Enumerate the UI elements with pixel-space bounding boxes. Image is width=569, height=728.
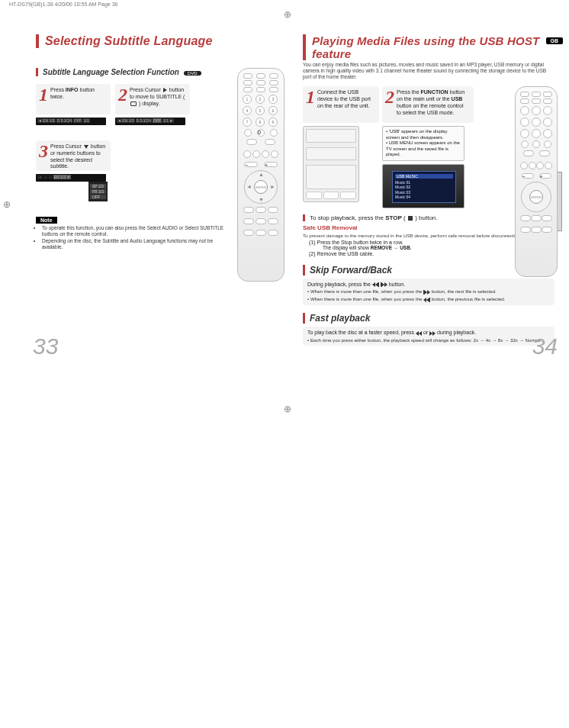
osd-item: EN 1/3 ▼: [53, 175, 72, 179]
osd-item: --: [43, 175, 47, 179]
osd-item: 1/1 ►: [162, 118, 174, 123]
step-number: 3: [39, 143, 48, 160]
fast-main-pre: To play back the disc at a faster speed,…: [307, 330, 416, 335]
step-number: 2: [385, 89, 394, 106]
print-header: HT-DS79(GB)1-38 4/20/06 10:55 AM Page 36: [9, 2, 117, 7]
cursor-down-icon: [84, 145, 88, 149]
osd-display-3: ◄----EN 1/3 ▼ SP 2/3 FR 3/3 OFF: [36, 174, 106, 182]
enter-button-icon: ENTER: [529, 190, 543, 204]
tv-screen-illustration: USB MUSIC Music 01 Music 02 Music 03 Mus…: [382, 164, 465, 208]
osd-display-1: ◄ EN 1/3D 5.1CHOFF1/1: [36, 118, 106, 125]
steps-row: 1 Press INFO button twice. ◄ EN 1/3D 5.1…: [36, 84, 233, 125]
fast-main-mid: or: [422, 330, 429, 335]
step-text: Connect the USB device to the USB port o…: [317, 89, 375, 109]
osd-item: ◄ EN 1/3: [37, 118, 56, 123]
note-item: Depending on the disc, the Subtitle and …: [42, 238, 233, 251]
sub-bold: REMOVE → USB: [371, 245, 410, 250]
osd-display-2: ◄ EN 1/3D 5.1CHOFF1/1 ►: [115, 118, 185, 125]
usb-step-2: 2 Press the FUNCTION button on the main …: [382, 86, 474, 123]
note-item: To operate this function, you can also p…: [42, 225, 233, 238]
ol-idx: (2): [309, 251, 316, 256]
step-text: Press INFO button twice.: [50, 87, 106, 101]
skip-box: During playback, press the button. • Whe…: [303, 279, 555, 306]
usb-step-1: 1 Connect the USB device to the USB port…: [303, 86, 379, 123]
s2-post: button on the remote control to select t…: [397, 103, 464, 115]
tip-item: 'USB' appears on the display screen and …: [386, 129, 447, 140]
note-label: Note: [36, 217, 57, 224]
skip-heading: Skip Forward/Back: [310, 265, 392, 275]
sub-pre: The display will show: [323, 245, 371, 250]
step2-post2: ) display.: [137, 101, 159, 106]
skip-sub2-pre: When there is more than one file, when y…: [310, 296, 423, 301]
step2-pre: Press Cursor: [130, 87, 162, 92]
fast-heading: Fast playback: [310, 313, 370, 324]
fast-box: To play back the disc at a faster speed,…: [303, 327, 555, 346]
skip-sub2-post: button, the previous file is selected.: [430, 296, 505, 301]
intro-text: You can enjoy media files such as pictur…: [303, 62, 555, 80]
osd-item: ◄ EN 1/3: [117, 118, 135, 123]
step1-pre: Press: [50, 87, 66, 92]
skip-sub1-pre: When there is more than one file, when y…: [310, 288, 423, 294]
sub-post: .: [410, 245, 412, 250]
osd-item: 1/1: [83, 118, 90, 123]
step-2: 2 Press Cursor button to move to SUBTITL…: [115, 84, 190, 114]
dvd-badge: DVD: [184, 71, 201, 76]
skip-back-icon: [423, 297, 429, 302]
step3-pre: Press Cursor: [50, 143, 83, 149]
step1-bold: INFO: [66, 87, 79, 92]
stop-bold: STOP: [385, 214, 402, 221]
ol-text: Remove the USB cable.: [317, 251, 375, 256]
bar-icon: [378, 282, 379, 287]
note-list: To operate this function, you can also p…: [36, 225, 233, 251]
section-title-bar: Subtitle Language Selection Function DVD: [36, 68, 233, 76]
ol-idx: (1): [309, 240, 316, 245]
ol-text: Press the Stop button twice in a row.: [317, 240, 403, 245]
remote-dpad: ENTER ▲ ▼ ◄ ►: [244, 170, 278, 204]
stop-pre: To stop playback, press the: [310, 214, 385, 221]
cursor-right-icon: [163, 88, 167, 92]
remote-illustration: 123 456 789 0 −+ ENTER ▲ ▼ ◄ ►: [237, 68, 284, 282]
osd-item: D 5.1CH: [136, 118, 152, 123]
section-title: Subtitle Language Selection Function: [43, 68, 179, 76]
skip-fwd-icon: [381, 282, 387, 287]
page-number: 34: [532, 333, 558, 359]
enter-button-icon: ENTER: [254, 180, 268, 194]
crop-mark-icon: ⊕: [284, 404, 293, 414]
osd-dropdown-item: FR 3/3: [90, 189, 106, 194]
page-number: 33: [33, 333, 58, 359]
stop-post: ) button.: [413, 214, 438, 221]
usb-menu-item: Music 04: [395, 195, 453, 200]
skip-main-pre: During playback, press the: [307, 282, 372, 287]
rewind-icon: [416, 330, 422, 336]
step-number: 1: [39, 87, 48, 104]
device-rear-illustration: [303, 126, 359, 202]
skip-fwd-icon: [424, 289, 430, 295]
fast-forward-icon: [429, 330, 436, 336]
step-text: Press Cursor button to move to SUBTITLE …: [130, 87, 185, 107]
step-text: Press the FUNCTION button on the main un…: [397, 89, 469, 116]
usb-menu-header: USB MUSIC: [395, 174, 453, 179]
osd-dropdown-item: SP 2/3: [90, 184, 106, 188]
subtitle-icon: [130, 101, 137, 106]
skip-back-icon: [372, 282, 378, 287]
osd-dropdown-item: OFF: [90, 195, 106, 199]
step-text: Press Cursor button or numeric buttons t…: [50, 143, 106, 170]
remote-illustration: −+ ENTER: [515, 86, 558, 277]
skip-sub1-post: button, the next file is selected.: [430, 288, 497, 294]
osd-item: ◄: [37, 175, 43, 179]
fast-sub: Each time you press either button, the p…: [310, 337, 542, 343]
remote-numpad: 123 456 789: [243, 95, 279, 127]
stop-icon: [408, 216, 413, 221]
s2-b2: USB: [452, 96, 463, 101]
s2-b1: FUNCTION: [421, 89, 448, 95]
page-34: Playing Media Files using the USB HOST f…: [295, 25, 562, 350]
page-spread: Selecting Subtitle Language Subtitle Lan…: [28, 25, 562, 350]
page-33: Selecting Subtitle Language Subtitle Lan…: [28, 25, 295, 350]
crop-mark-icon: ⊕: [3, 200, 12, 209]
stop-mid: (: [402, 214, 407, 221]
page-title: Playing Media Files using the USB HOST f…: [312, 34, 555, 60]
osd-item: OFF: [153, 118, 162, 123]
fast-main-post: during playback.: [436, 330, 476, 335]
osd-item: D 5.1CH: [56, 118, 72, 123]
osd-item: --: [48, 175, 52, 179]
